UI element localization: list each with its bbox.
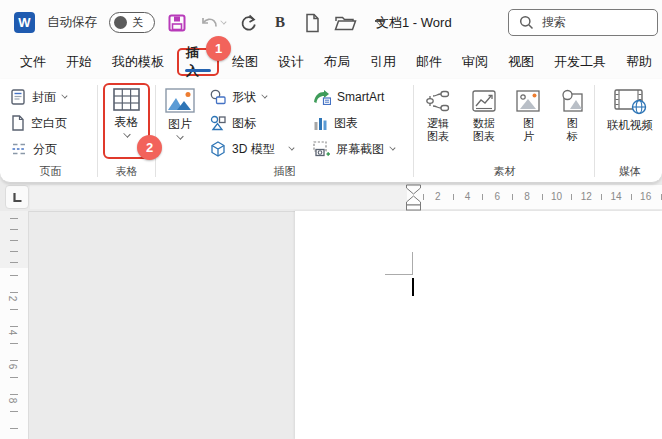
margin-corner-mark <box>412 252 413 275</box>
group-illustrations: 图片 形状 图标 <box>158 79 411 182</box>
indent-markers[interactable] <box>405 184 422 211</box>
3d-model-icon <box>210 141 226 157</box>
smartart-label: SmartArt <box>337 90 384 104</box>
ruler-ticks <box>10 218 18 268</box>
undo-chevron-icon[interactable] <box>220 18 226 24</box>
horizontal-ruler[interactable]: 2 4 6 8 10 12 14 16 <box>30 185 662 209</box>
ruler-numbers: 2 4 6 8 10 12 14 16 <box>423 185 661 209</box>
ruler-number: 4 <box>7 326 18 340</box>
tab-view[interactable]: 视图 <box>498 45 544 79</box>
tab-layout[interactable]: 布局 <box>314 45 360 79</box>
autosave-label: 自动保存 <box>47 14 97 31</box>
group-media-label: 媒体 <box>598 164 662 179</box>
open-folder-button[interactable] <box>334 10 357 36</box>
tab-mailings[interactable]: 邮件 <box>406 45 452 79</box>
cover-page-icon <box>11 89 26 105</box>
new-document-button[interactable] <box>302 10 322 36</box>
tab-insert[interactable]: 插入 1 <box>177 48 219 76</box>
icons-button[interactable]: 图标 <box>205 110 305 136</box>
redo-button[interactable] <box>238 10 258 36</box>
word-logo-icon: W <box>14 12 35 33</box>
group-assets: 逻辑 图表 数据 图表 <box>417 79 592 182</box>
tab-developer[interactable]: 开发工具 <box>544 45 616 79</box>
document-page[interactable] <box>295 211 662 439</box>
group-illustrations-label: 插图 <box>158 164 411 179</box>
icons-label: 图标 <box>232 115 256 132</box>
asset-picture-icon <box>515 88 541 114</box>
table-button[interactable]: 表格 <box>100 79 153 137</box>
logic-chart-icon <box>425 88 451 114</box>
new-document-icon <box>304 13 320 33</box>
asset-picture-button[interactable]: 图 片 <box>509 79 549 143</box>
undo-button[interactable] <box>199 10 226 36</box>
group-table-label: 表格 <box>100 164 153 179</box>
page-break-label: 分页 <box>33 141 57 158</box>
bold-label: B <box>275 14 285 31</box>
text-cursor <box>412 278 414 296</box>
data-chart-icon <box>471 88 497 114</box>
asset-icon-icon <box>559 88 585 114</box>
page-break-icon <box>11 142 27 156</box>
logic-chart-label-2: 图表 <box>427 130 449 143</box>
ruler-divider <box>0 211 295 212</box>
chart-button[interactable]: 图表 <box>308 110 411 136</box>
ruler-number: 8 <box>7 394 18 408</box>
tab-stop-icon <box>12 192 23 203</box>
asset-icon-button[interactable]: 图 标 <box>552 79 592 143</box>
tab-stop-selector[interactable] <box>5 185 29 209</box>
pictures-button[interactable]: 图片 <box>158 79 202 139</box>
screenshot-button[interactable]: 屏幕截图 <box>308 136 411 162</box>
search-input[interactable]: 搜索 <box>508 9 658 36</box>
online-video-icon <box>613 88 647 115</box>
icons-icon <box>210 115 226 131</box>
toggle-knob-icon <box>114 16 127 29</box>
tab-references[interactable]: 引用 <box>360 45 406 79</box>
tab-my-templates[interactable]: 我的模板 <box>102 45 174 79</box>
chevron-down-icon <box>61 92 67 98</box>
save-button[interactable] <box>167 10 187 36</box>
logic-chart-label-1: 逻辑 <box>427 117 449 130</box>
pictures-label: 图片 <box>168 116 192 133</box>
tab-design[interactable]: 设计 <box>268 45 314 79</box>
group-separator <box>97 85 98 177</box>
tab-review[interactable]: 审阅 <box>452 45 498 79</box>
redo-icon <box>239 14 257 32</box>
3d-models-label: 3D 模型 <box>232 141 275 158</box>
ruler-number: 2 <box>423 185 453 209</box>
chevron-down-icon <box>389 144 395 150</box>
group-page-label: 页面 <box>6 164 95 179</box>
smartart-button[interactable]: SmartArt <box>308 84 411 110</box>
ruler-number: 8 <box>512 185 542 209</box>
shapes-label: 形状 <box>232 89 256 106</box>
blank-page-label: 空白页 <box>31 115 67 132</box>
data-chart-button[interactable]: 数据 图表 <box>463 79 505 143</box>
save-icon <box>168 14 186 32</box>
ruler-number: 2 <box>7 292 18 306</box>
bold-button[interactable]: B <box>270 10 290 36</box>
ruler-number: 14 <box>601 185 631 209</box>
autosave-toggle[interactable]: 关 <box>109 12 155 33</box>
tab-help[interactable]: 帮助 <box>616 45 662 79</box>
open-folder-icon <box>334 14 357 32</box>
tab-file[interactable]: 文件 <box>10 45 56 79</box>
page-break-button[interactable]: 分页 <box>6 136 95 162</box>
chevron-down-icon <box>176 132 183 139</box>
chart-label: 图表 <box>334 115 358 132</box>
cover-page-button[interactable]: 封面 <box>6 84 95 110</box>
ribbon-tabs: 文件 开始 我的模板 插入 1 绘图 设计 布局 引用 邮件 审阅 视图 开发工… <box>0 45 662 79</box>
3d-models-button[interactable]: 3D 模型 <box>205 136 305 162</box>
blank-page-icon <box>11 115 25 131</box>
annotation-step-2-badge: 2 <box>137 135 162 160</box>
tab-home[interactable]: 开始 <box>56 45 102 79</box>
asset-icon-label-2: 标 <box>567 130 578 143</box>
vertical-ruler[interactable]: 2 4 6 8 <box>0 211 29 439</box>
cover-page-label: 封面 <box>32 89 56 106</box>
search-icon <box>519 15 534 30</box>
logic-chart-button[interactable]: 逻辑 图表 <box>417 79 459 143</box>
online-video-button[interactable]: 联机视频 <box>598 79 662 133</box>
online-video-label: 联机视频 <box>607 118 653 133</box>
shapes-button[interactable]: 形状 <box>205 84 305 110</box>
blank-page-button[interactable]: 空白页 <box>6 110 95 136</box>
ribbon: 封面 空白页 分页 页面 <box>0 79 662 183</box>
data-chart-label-2: 图表 <box>473 130 495 143</box>
